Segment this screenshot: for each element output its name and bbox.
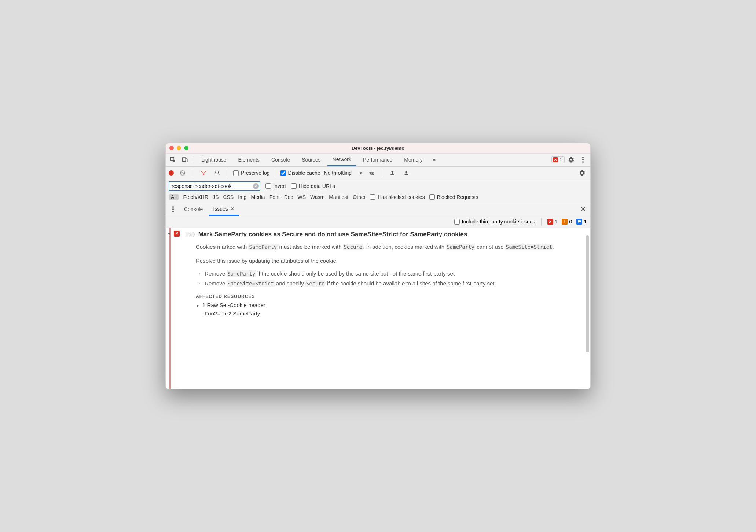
tab-elements[interactable]: Elements: [233, 153, 265, 166]
search-icon[interactable]: [212, 168, 223, 178]
disable-cache-label: Disable cache: [288, 170, 320, 176]
network-toolbar: Preserve log Disable cache No throttling…: [166, 167, 590, 180]
txt: . In addition, cookies marked with: [363, 244, 446, 250]
affected-resources-label: AFFECTED RESOURCES: [196, 294, 584, 299]
types-bar: All Fetch/XHR JS CSS Img Media Font Doc …: [166, 192, 590, 203]
info-count-badge[interactable]: 1: [576, 219, 587, 225]
device-toolbar-icon[interactable]: [180, 155, 190, 165]
drawer-kebab-icon[interactable]: [168, 204, 178, 214]
type-manifest[interactable]: Manifest: [329, 194, 348, 200]
txt: Remove: [205, 270, 227, 277]
txt: .: [553, 244, 554, 250]
titlebar: DevTools - jec.fyi/demo: [166, 143, 590, 154]
warning-count-badge[interactable]: ! 0: [562, 219, 572, 225]
close-window-button[interactable]: [169, 146, 174, 150]
issues-toolbar: Include third-party cookie issues ✕ 1 ! …: [166, 216, 590, 228]
arrow-icon: →: [196, 270, 203, 277]
tab-console[interactable]: Console: [266, 153, 295, 166]
clear-filter-icon[interactable]: ✕: [253, 183, 259, 189]
invert-input[interactable]: [265, 183, 271, 189]
filter-input[interactable]: [169, 181, 260, 191]
type-ws[interactable]: WS: [298, 194, 306, 200]
hide-data-urls-label: Hide data URLs: [299, 183, 335, 189]
type-wasm[interactable]: Wasm: [310, 194, 324, 200]
type-js[interactable]: JS: [213, 194, 219, 200]
type-doc[interactable]: Doc: [284, 194, 293, 200]
warning-count: 0: [569, 219, 572, 225]
invert-checkbox[interactable]: Invert: [265, 183, 286, 189]
blocked-requests-checkbox[interactable]: Blocked Requests: [429, 194, 478, 200]
type-img[interactable]: Img: [238, 194, 246, 200]
type-css[interactable]: CSS: [223, 194, 234, 200]
code-samesite-strict2: SameSite=Strict: [227, 280, 274, 287]
has-blocked-cookies-checkbox[interactable]: Has blocked cookies: [370, 194, 425, 200]
disable-cache-checkbox[interactable]: Disable cache: [280, 170, 320, 176]
record-button[interactable]: [169, 170, 174, 176]
settings-icon[interactable]: [566, 155, 576, 165]
preserve-log-input[interactable]: [233, 170, 239, 176]
separator: [193, 156, 193, 163]
type-other[interactable]: Other: [353, 194, 366, 200]
zoom-window-button[interactable]: [184, 146, 188, 150]
settings-gear-icon[interactable]: [577, 168, 587, 178]
error-count-badge[interactable]: ✕ 1: [547, 219, 558, 225]
svg-rect-9: [390, 174, 394, 175]
upload-icon[interactable]: [387, 168, 397, 178]
blocked-requests-input[interactable]: [429, 194, 435, 200]
hide-data-urls-checkbox[interactable]: Hide data URLs: [291, 183, 335, 189]
type-font[interactable]: Font: [269, 194, 280, 200]
include-third-party-input[interactable]: [454, 219, 460, 225]
affected-resource-toggle[interactable]: ▼ 1 Raw Set-Cookie header: [196, 302, 584, 308]
error-icon: ✕: [547, 219, 553, 225]
svg-rect-14: [578, 220, 581, 222]
filter-input-wrap: ✕: [169, 181, 260, 191]
throttling-select[interactable]: No throttling ▼: [324, 170, 363, 176]
drawer-tab-issues-label: Issues: [213, 206, 228, 212]
drawer-tab-console[interactable]: Console: [180, 203, 207, 216]
code-secure: Secure: [343, 244, 363, 250]
svg-rect-1: [182, 158, 186, 162]
kebab-menu-icon[interactable]: [578, 155, 588, 165]
more-tabs-icon[interactable]: »: [429, 155, 440, 165]
chevron-down-icon: ▼: [196, 304, 199, 308]
code-sameparty2: SameParty: [446, 244, 475, 250]
invert-label: Invert: [273, 183, 286, 189]
window-title: DevTools - jec.fyi/demo: [166, 145, 590, 151]
type-media[interactable]: Media: [251, 194, 265, 200]
include-third-party-checkbox[interactable]: Include third-party cookie issues: [454, 219, 535, 225]
has-blocked-cookies-input[interactable]: [370, 194, 375, 200]
issue-header: 1 Mark SameParty cookies as Secure and d…: [186, 231, 584, 238]
disable-cache-input[interactable]: [280, 170, 286, 176]
expand-triangle-icon[interactable]: ▼: [167, 232, 171, 236]
inspect-element-icon[interactable]: [168, 155, 178, 165]
close-tab-icon[interactable]: ✕: [230, 206, 235, 212]
txt: if the cookie should be available to all…: [325, 280, 494, 287]
close-drawer-icon[interactable]: ✕: [578, 204, 588, 214]
include-third-party-label: Include third-party cookie issues: [462, 219, 535, 225]
txt: if the cookie should only be used by the…: [256, 270, 455, 277]
txt: Cookies marked with: [196, 244, 248, 250]
minimize-window-button[interactable]: [177, 146, 181, 150]
info-count: 1: [584, 219, 587, 225]
type-fetch-xhr[interactable]: Fetch/XHR: [183, 194, 208, 200]
svg-point-3: [582, 157, 584, 158]
scrollbar[interactable]: [586, 235, 589, 352]
tab-lighthouse[interactable]: Lighthouse: [196, 153, 232, 166]
drawer-tab-issues[interactable]: Issues ✕: [209, 203, 239, 216]
svg-rect-10: [404, 174, 408, 175]
tab-sources[interactable]: Sources: [297, 153, 326, 166]
filter-icon[interactable]: [198, 168, 209, 178]
network-conditions-icon[interactable]: [366, 168, 377, 178]
issues-body: ▼ ✕ 1 Mark SameParty cookies as Secure a…: [166, 228, 590, 389]
download-icon[interactable]: [401, 168, 411, 178]
clear-icon[interactable]: [177, 168, 188, 178]
chevron-down-icon: ▼: [359, 171, 363, 175]
preserve-log-checkbox[interactable]: Preserve log: [233, 170, 270, 176]
errors-badge[interactable]: ✕ 1: [551, 156, 565, 163]
tab-performance[interactable]: Performance: [358, 153, 397, 166]
tab-network[interactable]: Network: [327, 153, 356, 166]
type-all[interactable]: All: [169, 194, 179, 200]
hide-data-urls-input[interactable]: [291, 183, 297, 189]
tab-memory[interactable]: Memory: [399, 153, 428, 166]
svg-point-5: [582, 161, 584, 163]
